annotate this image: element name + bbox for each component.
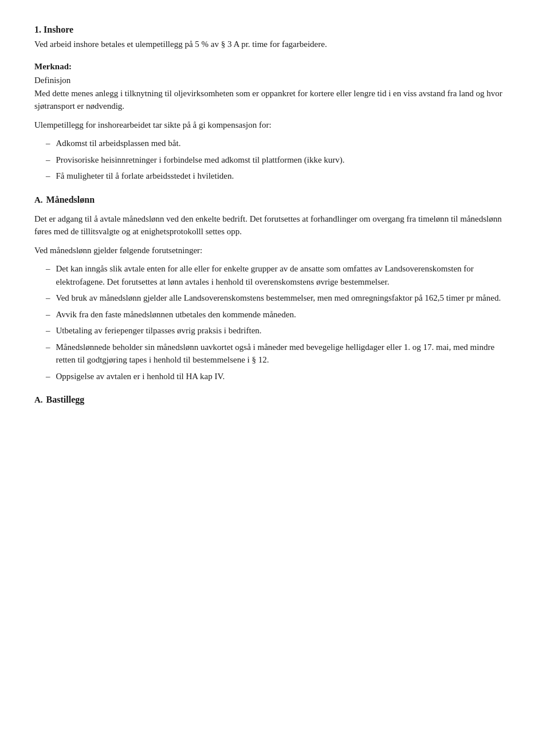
a-heading-row-bastillegg: A. Bastillegg [34,393,516,409]
list-item: Avvik fra den faste månedslønnen utbetal… [34,308,516,321]
manedslohn-bullet-list: Det kan inngås slik avtale enten for all… [34,262,516,383]
manedslohn-forutsetninger-intro: Ved månedslønn gjelder følgende forutset… [34,244,516,257]
section-a-manedslohn: A. Månedslønn Det er adgang til å avtale… [34,193,516,383]
inshore-bullet-list: Adkomst til arbeidsplassen med båt. Prov… [34,137,516,183]
note-definition-text: Med dette menes anlegg i tilknytning til… [34,87,516,113]
a-label-manedslohn: A. [34,194,43,207]
section-title: Inshore [44,25,73,34]
ulempetillegg-intro: Ulempetillegg for inshorearbeidet tar si… [34,119,516,132]
list-item: Det kan inngås slik avtale enten for all… [34,262,516,288]
list-item: Utbetaling av feriepenger tilpasses øvri… [34,324,516,337]
note-block: Merknad: Definisjon Med dette menes anle… [34,60,516,113]
section-heading: 1. Inshore [34,23,516,37]
list-item: Månedslønnede beholder sin månedslønn ua… [34,341,516,367]
section-1: 1. Inshore Ved arbeid inshore betales et… [34,23,516,183]
a-heading-row-manedslohn: A. Månedslønn [34,193,516,209]
manedslohn-intro: Det er adgang til å avtale månedslønn ve… [34,212,516,238]
note-label: Merknad: [34,60,516,73]
list-item: Provisoriske heisinnretninger i forbinde… [34,153,516,167]
list-item: Få muligheter til å forlate arbeidsstede… [34,170,516,183]
note-definition-label: Definisjon [34,76,70,85]
a-heading-bastillegg: Bastillegg [46,393,85,407]
a-heading-manedslohn: Månedslønn [46,193,95,207]
list-item: Adkomst til arbeidsplassen med båt. [34,137,516,150]
section-a-bastillegg: A. Bastillegg [34,393,516,409]
section-intro: Ved arbeid inshore betales et ulempetill… [34,38,516,51]
section-number: 1. [34,25,41,34]
list-item: Oppsigelse av avtalen er i henhold til H… [34,370,516,383]
a-label-bastillegg: A. [34,393,43,407]
list-item: Ved bruk av månedslønn gjelder alle Land… [34,292,516,305]
